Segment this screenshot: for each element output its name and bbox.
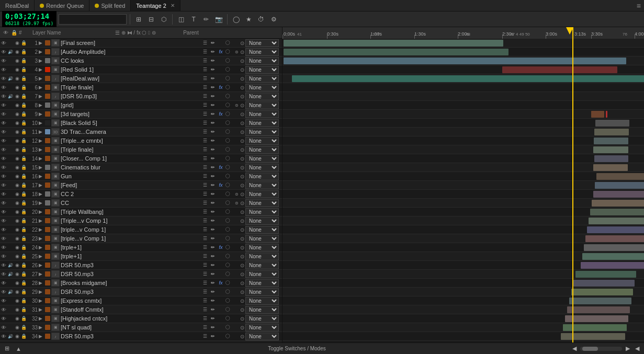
track-row[interactable] [283, 163, 644, 172]
switch-pen[interactable]: ✏ [209, 217, 217, 224]
switch-motion[interactable] [233, 306, 240, 313]
lock-btn[interactable]: 🔒 [20, 333, 27, 340]
visibility-icon[interactable]: 👁 [0, 289, 7, 295]
solo-btn[interactable]: ◉ [14, 315, 20, 322]
switch-3d[interactable]: ⃝ [225, 199, 232, 207]
layer-expand-btn[interactable]: ▶ [39, 76, 44, 81]
switch-pen[interactable]: ✏ [209, 279, 217, 287]
lock-btn[interactable]: 🔒 [20, 138, 27, 144]
layer-color-swatch[interactable] [45, 218, 50, 223]
track-row[interactable] [283, 48, 644, 56]
lock-btn[interactable]: 🔒 [20, 155, 27, 162]
track-row[interactable] [283, 110, 644, 119]
shape-icon[interactable]: ◫ [176, 14, 186, 25]
visibility-icon[interactable]: 👁 [0, 129, 7, 135]
layer-expand-btn[interactable]: ▶ [39, 271, 44, 277]
parent-select[interactable]: None [245, 190, 279, 198]
search-input[interactable] [59, 14, 127, 25]
layer-expand-btn[interactable]: ▶ [39, 49, 44, 54]
layer-row[interactable]: 👁 ◉ 🔒 13 ▶ ▣ [Triple finale] ☰ ✏ ⃝ ⊙ Non… [0, 145, 282, 154]
layer-expand-btn[interactable]: ▶ [39, 111, 44, 117]
solo-btn[interactable]: ◉ [14, 120, 20, 127]
track-row[interactable] [283, 270, 644, 279]
audio-icon[interactable]: 🔊 [7, 272, 14, 277]
visibility-icon[interactable]: 👁 [0, 325, 7, 330]
switch-motion[interactable] [233, 324, 240, 331]
footer-arrow-up-icon[interactable]: ▲ [14, 346, 23, 352]
switch-motion[interactable] [233, 110, 240, 118]
switch-motion[interactable] [233, 235, 240, 242]
switch-1[interactable]: ☰ [201, 288, 209, 295]
track-row[interactable] [283, 65, 644, 74]
parent-select[interactable]: None [245, 253, 279, 260]
comp-settings-icon[interactable]: ⊞ [133, 14, 144, 25]
layer-color-swatch[interactable] [45, 316, 50, 321]
tab-realdeal[interactable]: RealDeal [0, 0, 35, 11]
switch-3d[interactable]: ⃝ [225, 39, 232, 47]
switch-3d[interactable]: ⃝ [225, 119, 232, 127]
layer-row[interactable]: 👁 ◉ 🔒 12 ▶ ▣ [Triple...e cmntx] ☰ ✏ ⃝ ⊙ … [0, 136, 282, 145]
switch-motion[interactable]: ⊜ [233, 199, 240, 207]
visibility-icon[interactable]: 👁 [0, 236, 7, 242]
fx-switch[interactable]: fx [217, 181, 224, 189]
track-row[interactable] [283, 234, 644, 243]
track-row[interactable] [283, 181, 644, 190]
switch-motion[interactable] [233, 217, 240, 224]
solo-btn[interactable]: ◉ [14, 58, 20, 64]
layer-expand-btn[interactable]: ▶ [39, 334, 44, 339]
parent-select[interactable]: None [245, 261, 279, 269]
parent-select[interactable]: None [245, 119, 279, 127]
lock-btn[interactable]: 🔒 [20, 129, 27, 135]
null-icon[interactable]: ⬡ [159, 14, 169, 25]
track-row[interactable] [283, 145, 644, 154]
switch-1[interactable]: ☰ [201, 244, 209, 251]
switch-3d[interactable]: ⃝ [225, 137, 232, 144]
visibility-icon[interactable]: 👁 [0, 138, 7, 144]
visibility-icon[interactable]: 👁 [0, 94, 7, 99]
layer-color-swatch[interactable] [45, 182, 50, 188]
switch-1[interactable]: ☰ [201, 66, 209, 73]
switch-pen[interactable]: ✏ [209, 75, 217, 82]
lock-btn[interactable]: 🔒 [20, 40, 27, 47]
switch-1[interactable]: ☰ [201, 306, 209, 313]
switch-pen[interactable]: ✏ [209, 57, 217, 64]
layer-expand-btn[interactable]: ▶ [39, 236, 44, 241]
layer-color-swatch[interactable] [45, 49, 50, 54]
lock-btn[interactable]: 🔒 [20, 298, 27, 304]
layer-expand-btn[interactable]: ▶ [39, 58, 44, 63]
layer-row[interactable]: 👁 🔊 ◉ 🔒 29 ▶ ♪ DSR 50.mp3 ☰ ✏ ⃝ ⊙ None [0, 288, 282, 296]
layer-expand-btn[interactable]: ▶ [39, 209, 44, 214]
layer-row[interactable]: 👁 ◉ 🔒 8 ▶ ▣ [grid] ☰ ✏ ⃝ ⊜ ⊙ None [0, 101, 282, 110]
solo-btn[interactable]: ◉ [14, 93, 20, 100]
parent-select[interactable]: None [245, 173, 279, 180]
solo-btn[interactable]: ◉ [14, 111, 20, 118]
parent-select[interactable]: None [245, 146, 279, 154]
switch-3d[interactable]: ⃝ [225, 84, 232, 91]
switch-pen[interactable]: ✏ [209, 306, 217, 313]
switch-motion[interactable]: ⊜ [233, 48, 240, 55]
switch-1[interactable]: ☰ [201, 190, 209, 198]
layer-color-swatch[interactable] [45, 67, 50, 72]
switch-pen[interactable]: ✏ [209, 48, 217, 55]
visibility-icon[interactable]: 👁 [0, 200, 7, 206]
footer-scroll-left[interactable]: ◀ [571, 345, 578, 352]
track-row[interactable] [283, 216, 644, 225]
visibility-icon[interactable]: 👁 [0, 165, 7, 170]
switch-1[interactable]: ☰ [201, 315, 209, 322]
visibility-icon[interactable]: 👁 [0, 76, 7, 82]
switch-pen[interactable]: ✏ [209, 155, 217, 162]
switch-pen[interactable]: ✏ [209, 253, 217, 260]
switch-motion[interactable] [233, 57, 240, 64]
track-row[interactable] [283, 252, 644, 261]
switch-1[interactable]: ☰ [201, 324, 209, 331]
pen-icon[interactable]: ✏ [201, 14, 211, 25]
switch-1[interactable]: ☰ [201, 164, 209, 171]
switch-1[interactable]: ☰ [201, 75, 209, 82]
solo-btn[interactable]: ◉ [14, 191, 20, 198]
switch-motion[interactable] [233, 119, 240, 127]
switch-pen[interactable]: ✏ [209, 110, 217, 118]
timeline-ruler[interactable]: 0;00s 0:30s 1:00s 1:30s 2:00s 2:30s 3:00… [283, 27, 644, 39]
parent-select[interactable]: None [245, 235, 279, 243]
solo-btn[interactable]: ◉ [14, 253, 20, 260]
track-row[interactable] [283, 323, 644, 332]
